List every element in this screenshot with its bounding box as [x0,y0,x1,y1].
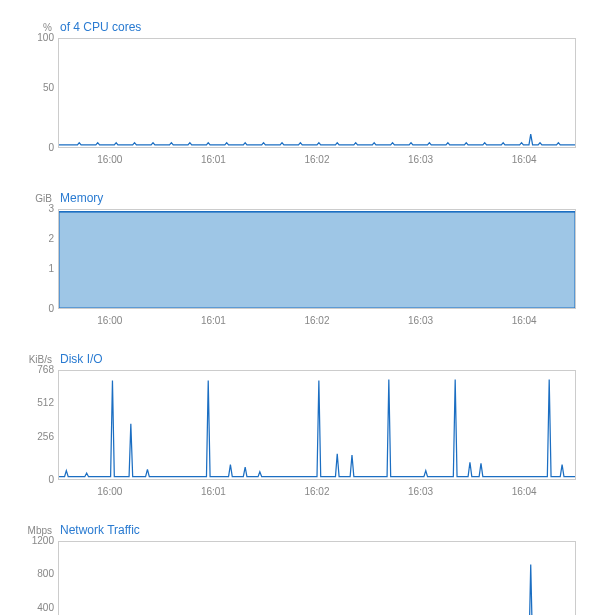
network-panel: Mbps Network Traffic 12008004000 16:0016… [24,523,576,615]
network-header: Mbps Network Traffic [24,523,576,537]
cpu-header: % of 4 CPU cores [24,20,576,34]
disk-plot [58,370,576,480]
disk-y-axis: 7685122560 [24,370,58,480]
cpu-title: of 4 CPU cores [60,20,141,34]
memory-title: Memory [60,191,103,205]
cpu-panel: % of 4 CPU cores 100500 16:0016:0116:021… [24,20,576,165]
memory-panel: GiB Memory 3210 16:0016:0116:0216:0316:0… [24,191,576,326]
disk-x-axis: 16:0016:0116:0216:0316:04 [58,486,576,497]
cpu-y-axis: 100500 [24,38,58,148]
disk-panel: KiB/s Disk I/O 7685122560 16:0016:0116:0… [24,352,576,497]
cpu-x-axis: 16:0016:0116:0216:0316:04 [58,154,576,165]
cpu-plot [58,38,576,148]
disk-header: KiB/s Disk I/O [24,352,576,366]
disk-title: Disk I/O [60,352,103,366]
network-y-axis: 12008004000 [24,541,58,615]
network-title: Network Traffic [60,523,140,537]
network-plot [58,541,576,615]
memory-plot [58,209,576,309]
memory-y-axis: 3210 [24,209,58,309]
memory-x-axis: 16:0016:0116:0216:0316:04 [58,315,576,326]
memory-header: GiB Memory [24,191,576,205]
